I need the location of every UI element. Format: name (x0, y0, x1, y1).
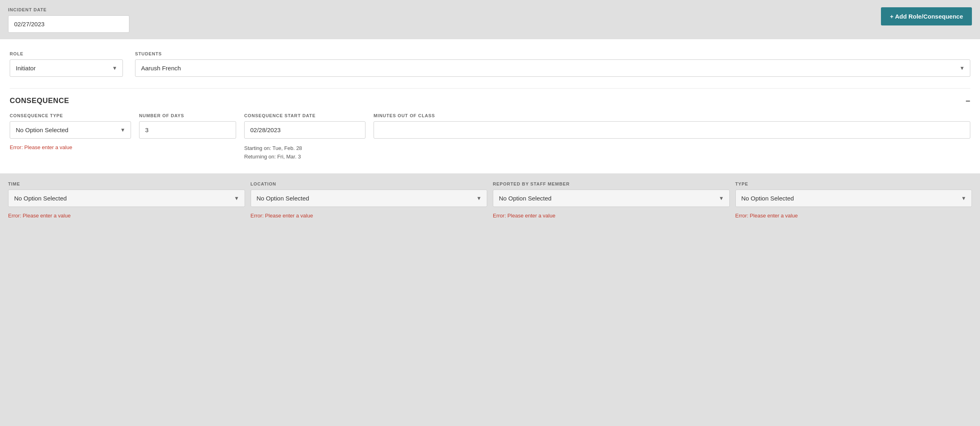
incident-date-group: INCIDENT DATE (8, 7, 129, 33)
type-error: Error: Please enter a value (735, 213, 972, 219)
reported-by-select[interactable]: No Option Selected (493, 190, 730, 207)
consequence-header: CONSEQUENCE − (10, 88, 970, 105)
location-select-wrapper: No Option Selected ▼ (251, 190, 488, 207)
minutes-out-of-class-label: MINUTES OUT OF CLASS (374, 113, 970, 118)
consequence-type-field-group: CONSEQUENCE TYPE No Option Selected ▼ Er… (10, 113, 131, 150)
role-field-group: ROLE Initiator ▼ (10, 51, 123, 77)
time-error: Error: Please enter a value (8, 213, 245, 219)
bottom-fields-row: TIME No Option Selected ▼ Error: Please … (8, 181, 972, 219)
type-select-wrapper: No Option Selected ▼ (735, 190, 972, 207)
reported-by-field-group: REPORTED BY STAFF MEMBER No Option Selec… (493, 181, 730, 219)
students-field-group: STUDENTS Aarush French ▼ (135, 51, 970, 77)
students-label: STUDENTS (135, 51, 970, 56)
location-error: Error: Please enter a value (251, 213, 488, 219)
number-of-days-field-group: NUMBER OF DAYS (139, 113, 236, 139)
time-select[interactable]: No Option Selected (8, 190, 245, 207)
reported-by-select-wrapper: No Option Selected ▼ (493, 190, 730, 207)
number-of-days-input[interactable] (139, 121, 236, 139)
consequence-type-label: CONSEQUENCE TYPE (10, 113, 131, 118)
location-label: LOCATION (251, 181, 488, 186)
role-label: ROLE (10, 51, 123, 56)
consequence-type-select[interactable]: No Option Selected (10, 121, 131, 139)
type-label: TYPE (735, 181, 972, 186)
consequence-fields-row: CONSEQUENCE TYPE No Option Selected ▼ Er… (10, 113, 970, 161)
page-wrapper: INCIDENT DATE + Add Role/Consequence ROL… (0, 0, 980, 227)
incident-date-input[interactable] (8, 15, 129, 33)
type-field-group: TYPE No Option Selected ▼ Error: Please … (735, 181, 972, 219)
date-info: Starting on: Tue, Feb. 28 Returning on: … (244, 144, 365, 161)
collapse-button[interactable]: − (965, 97, 970, 105)
top-section: INCIDENT DATE + Add Role/Consequence (0, 0, 980, 33)
consequence-start-date-input[interactable] (244, 121, 365, 139)
minutes-out-of-class-field-group: MINUTES OUT OF CLASS (374, 113, 970, 139)
time-label: TIME (8, 181, 245, 186)
starting-on-text: Starting on: Tue, Feb. 28 (244, 144, 365, 153)
consequence-start-date-field-group: CONSEQUENCE START DATE Starting on: Tue,… (244, 113, 365, 161)
students-select[interactable]: Aarush French (135, 59, 970, 77)
students-select-wrapper: Aarush French ▼ (135, 59, 970, 77)
incident-date-label: INCIDENT DATE (8, 7, 129, 12)
location-field-group: LOCATION No Option Selected ▼ Error: Ple… (251, 181, 488, 219)
bottom-section: TIME No Option Selected ▼ Error: Please … (0, 173, 980, 227)
card-section: ROLE Initiator ▼ STUDENTS Aarush French … (0, 39, 980, 173)
role-students-row: ROLE Initiator ▼ STUDENTS Aarush French … (10, 51, 970, 77)
role-select[interactable]: Initiator (10, 59, 123, 77)
reported-by-label: REPORTED BY STAFF MEMBER (493, 181, 730, 186)
minutes-out-of-class-input[interactable] (374, 121, 970, 139)
number-of-days-label: NUMBER OF DAYS (139, 113, 236, 118)
type-select[interactable]: No Option Selected (735, 190, 972, 207)
reported-by-error: Error: Please enter a value (493, 213, 730, 219)
time-field-group: TIME No Option Selected ▼ Error: Please … (8, 181, 245, 219)
location-select[interactable]: No Option Selected (251, 190, 488, 207)
consequence-title: CONSEQUENCE (10, 97, 69, 105)
role-select-wrapper: Initiator ▼ (10, 59, 123, 77)
consequence-type-error: Error: Please enter a value (10, 144, 131, 150)
consequence-type-select-wrapper: No Option Selected ▼ (10, 121, 131, 139)
time-select-wrapper: No Option Selected ▼ (8, 190, 245, 207)
add-role-consequence-button[interactable]: + Add Role/Consequence (881, 7, 972, 25)
consequence-start-date-label: CONSEQUENCE START DATE (244, 113, 365, 118)
returning-on-text: Returning on: Fri, Mar. 3 (244, 153, 365, 161)
